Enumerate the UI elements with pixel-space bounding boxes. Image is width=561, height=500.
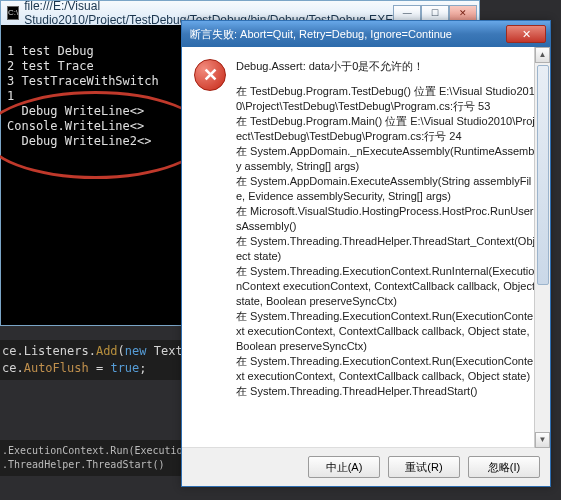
- ignore-button[interactable]: 忽略(I): [468, 456, 540, 478]
- dialog-text: Debug.Assert: data小于0是不允许的！ 在 TestDebug.…: [236, 59, 538, 439]
- close-button[interactable]: ✕: [449, 5, 477, 21]
- stack-line: 在 System.AppDomain._nExecuteAssembly(Run…: [236, 144, 538, 174]
- dialog-body: ✕ Debug.Assert: data小于0是不允许的！ 在 TestDebu…: [182, 47, 550, 447]
- stack-line: 在 TestDebug.Program.Main() 位置 E:\Visual …: [236, 114, 538, 144]
- maximize-button[interactable]: ☐: [421, 5, 449, 21]
- dialog-scrollbar[interactable]: ▲ ▼: [534, 47, 550, 448]
- dialog-titlebar[interactable]: 断言失败: Abort=Quit, Retry=Debug, Ignore=Co…: [182, 21, 550, 47]
- stack-line: 在 System.AppDomain.ExecuteAssembly(Strin…: [236, 174, 538, 204]
- retry-button[interactable]: 重试(R): [388, 456, 460, 478]
- console-line: 1: [7, 89, 14, 103]
- stack-line: 在 TestDebug.Program.TestDebug() 位置 E:\Vi…: [236, 84, 538, 114]
- error-icon: ✕: [194, 59, 226, 91]
- stack-line: 在 System.Threading.ExecutionContext.Run(…: [236, 309, 538, 354]
- console-app-icon: C:\: [7, 6, 19, 20]
- console-line: 1 test Debug: [7, 44, 94, 58]
- console-line: Console.WriteLine<>: [7, 119, 144, 133]
- console-line: 3 TestTraceWithSwitch: [7, 74, 159, 88]
- stack-line: 在 System.Threading.ThreadHelper.ThreadSt…: [236, 234, 538, 264]
- scroll-down-button[interactable]: ▼: [535, 432, 550, 448]
- dialog-title: 断言失败: Abort=Quit, Retry=Debug, Ignore=Co…: [190, 27, 506, 42]
- scroll-up-button[interactable]: ▲: [535, 47, 550, 63]
- stack-line: 在 System.Threading.ExecutionContext.Run(…: [236, 354, 538, 384]
- abort-button[interactable]: 中止(A): [308, 456, 380, 478]
- console-line: Debug WriteLine<>: [7, 104, 144, 118]
- stack-line: 在 Microsoft.VisualStudio.HostingProcess.…: [236, 204, 538, 234]
- stack-line: 在 System.Threading.ExecutionContext.RunI…: [236, 264, 538, 309]
- window-buttons: — ☐ ✕: [393, 5, 477, 21]
- assertion-dialog: 断言失败: Abort=Quit, Retry=Debug, Ignore=Co…: [181, 20, 551, 487]
- scroll-thumb[interactable]: [537, 65, 549, 285]
- assertion-message: Debug.Assert: data小于0是不允许的！: [236, 59, 538, 74]
- minimize-button[interactable]: —: [393, 5, 421, 21]
- console-line: Debug WriteLine2<>: [7, 134, 152, 148]
- console-line: 2 test Trace: [7, 59, 94, 73]
- dialog-close-button[interactable]: ✕: [506, 25, 546, 43]
- dialog-button-row: 中止(A) 重试(R) 忽略(I): [182, 447, 550, 486]
- stack-line: 在 System.Threading.ThreadHelper.ThreadSt…: [236, 384, 538, 399]
